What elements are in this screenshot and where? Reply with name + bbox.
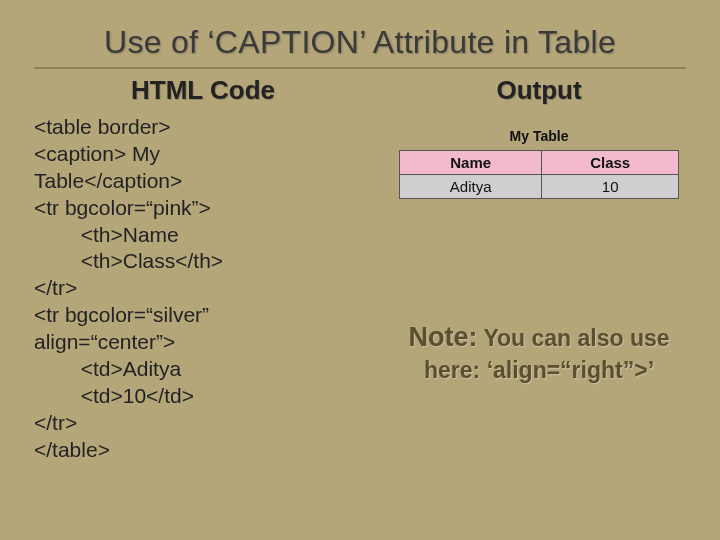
- td-class: 10: [542, 175, 679, 199]
- left-heading: HTML Code: [34, 75, 372, 106]
- table-header-row: Name Class: [400, 151, 679, 175]
- code-block: <table border> <caption> My Table</capti…: [34, 114, 372, 463]
- demo-table: Name Class Aditya 10: [399, 150, 679, 199]
- note-body2: here: ‘align=“right”>’: [424, 357, 654, 383]
- note-lead: Note:: [408, 322, 477, 352]
- table-caption: My Table: [392, 128, 686, 144]
- note-body1: You can also use: [477, 325, 669, 351]
- note-block: Note: You can also use here: ‘align=“rig…: [392, 319, 686, 386]
- td-name: Aditya: [400, 175, 542, 199]
- right-column: Output My Table Name Class Aditya 10 Not…: [392, 75, 686, 463]
- output-area: My Table Name Class Aditya 10: [392, 128, 686, 199]
- right-heading: Output: [392, 75, 686, 106]
- slide-title: Use of ‘CAPTION’ Attribute in Table: [34, 24, 686, 69]
- th-class: Class: [542, 151, 679, 175]
- table-data-row: Aditya 10: [400, 175, 679, 199]
- th-name: Name: [400, 151, 542, 175]
- left-column: HTML Code <table border> <caption> My Ta…: [34, 75, 372, 463]
